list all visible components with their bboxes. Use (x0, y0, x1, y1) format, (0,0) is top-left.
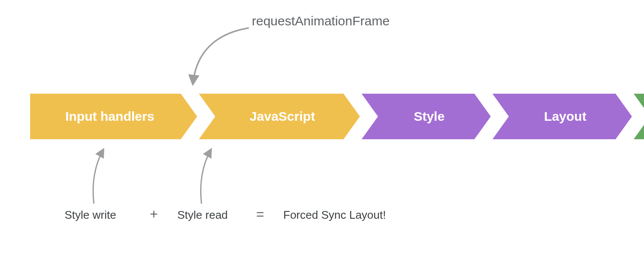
stage-label: Input handlers (65, 109, 155, 124)
arrow-styleread-to-js (189, 147, 241, 207)
stage-layout: Layout (492, 94, 632, 139)
label-forced-sync-layout: Forced Sync Layout! (283, 208, 386, 222)
stage-style: Style (362, 94, 491, 139)
stage-javascript: JavaScript (199, 94, 360, 139)
diagram-canvas: requestAnimationFrame Input handlers Jav… (0, 0, 644, 260)
label-plus: + (150, 206, 158, 222)
label-style-read: Style read (177, 208, 228, 222)
label-equals: = (256, 206, 264, 222)
stage-label: JavaScript (250, 109, 315, 124)
stage-label: Style (414, 109, 445, 124)
pipeline-row: Input handlers JavaScript Style Layout P… (30, 94, 644, 139)
arrow-raf-to-js (172, 24, 258, 92)
label-style-write: Style write (65, 208, 116, 222)
stage-input-handlers: Input handlers (30, 94, 197, 139)
label-raf: requestAnimationFrame (252, 14, 390, 28)
arrow-stylewrite-to-input (82, 147, 133, 207)
stage-label: Layout (544, 109, 586, 124)
stage-paint: Paint (634, 94, 644, 139)
